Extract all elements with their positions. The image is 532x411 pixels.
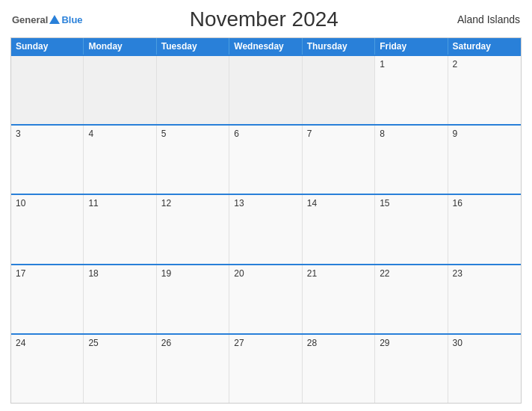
cal-header-sunday: Sunday xyxy=(11,38,84,55)
cal-week-2: 10111213141516 xyxy=(11,194,521,263)
cal-cell: 13 xyxy=(229,195,302,263)
day-number: 1 xyxy=(380,59,442,69)
day-number: 27 xyxy=(234,338,297,348)
day-number: 5 xyxy=(161,129,224,139)
cal-cell: 20 xyxy=(229,265,302,333)
cal-cell: 4 xyxy=(84,126,156,194)
cal-cell: 15 xyxy=(375,195,448,263)
month-title: November 2024 xyxy=(83,7,445,31)
cal-cell: 9 xyxy=(448,126,521,194)
cal-cell: 27 xyxy=(229,335,302,403)
cal-header-monday: Monday xyxy=(84,38,156,55)
cal-cell: 30 xyxy=(448,335,521,403)
cal-cell: 11 xyxy=(84,195,156,263)
cal-cell: 29 xyxy=(375,335,448,403)
cal-header-thursday: Thursday xyxy=(303,38,375,55)
logo-general-text: General xyxy=(12,14,48,25)
cal-cell: 5 xyxy=(157,126,229,194)
day-number: 21 xyxy=(307,268,370,279)
cal-cell: 24 xyxy=(11,335,84,403)
cal-cell xyxy=(303,56,375,124)
day-number: 9 xyxy=(453,129,516,139)
day-number: 6 xyxy=(234,129,297,139)
logo-triangle-icon xyxy=(49,15,60,24)
day-number: 3 xyxy=(16,129,78,139)
day-number: 29 xyxy=(380,338,442,348)
day-number: 13 xyxy=(234,198,297,208)
cal-cell: 17 xyxy=(11,265,84,333)
day-number: 23 xyxy=(453,268,516,279)
cal-cell: 16 xyxy=(448,195,521,263)
cal-cell: 18 xyxy=(84,265,156,333)
cal-cell: 23 xyxy=(448,265,521,333)
day-number: 30 xyxy=(453,338,516,348)
cal-cell: 26 xyxy=(157,335,229,403)
cal-week-1: 3456789 xyxy=(11,124,521,194)
cal-cell xyxy=(229,56,302,124)
day-number: 2 xyxy=(453,59,516,69)
cal-week-0: 12 xyxy=(11,55,521,124)
day-number: 25 xyxy=(88,338,151,348)
day-number: 11 xyxy=(88,198,151,208)
cal-cell: 6 xyxy=(229,126,302,194)
day-number: 10 xyxy=(16,198,78,208)
calendar-header-row: SundayMondayTuesdayWednesdayThursdayFrid… xyxy=(11,38,521,55)
cal-cell: 8 xyxy=(375,126,448,194)
cal-cell: 2 xyxy=(448,56,521,124)
cal-cell: 7 xyxy=(303,126,375,194)
region-label: Aland Islands xyxy=(445,13,520,25)
cal-cell: 22 xyxy=(375,265,448,333)
cal-week-3: 17181920212223 xyxy=(11,264,521,333)
cal-header-tuesday: Tuesday xyxy=(157,38,229,55)
cal-cell: 3 xyxy=(11,126,84,194)
day-number: 4 xyxy=(88,129,151,139)
cal-cell: 10 xyxy=(11,195,84,263)
cal-cell xyxy=(157,56,229,124)
cal-cell xyxy=(84,56,156,124)
calendar-grid: SundayMondayTuesdayWednesdayThursdayFrid… xyxy=(10,37,522,404)
day-number: 18 xyxy=(88,268,151,279)
page-header: General Blue November 2024 Aland Islands xyxy=(10,7,522,31)
cal-cell: 12 xyxy=(157,195,229,263)
cal-week-4: 24252627282930 xyxy=(11,333,521,403)
day-number: 16 xyxy=(453,198,516,208)
cal-cell: 14 xyxy=(303,195,375,263)
cal-cell: 28 xyxy=(303,335,375,403)
cal-header-friday: Friday xyxy=(375,38,448,55)
cal-cell: 1 xyxy=(375,56,448,124)
day-number: 12 xyxy=(161,198,224,208)
logo: General Blue xyxy=(12,14,83,25)
day-number: 8 xyxy=(380,129,442,139)
day-number: 14 xyxy=(307,198,370,208)
cal-cell: 21 xyxy=(303,265,375,333)
cal-cell xyxy=(11,56,84,124)
calendar-page: General Blue November 2024 Aland Islands… xyxy=(0,0,532,411)
day-number: 19 xyxy=(161,268,224,279)
day-number: 20 xyxy=(234,268,297,279)
logo-blue-text: Blue xyxy=(61,14,82,25)
day-number: 7 xyxy=(307,129,370,139)
day-number: 22 xyxy=(380,268,442,279)
day-number: 24 xyxy=(16,338,78,348)
cal-header-saturday: Saturday xyxy=(448,38,521,55)
day-number: 26 xyxy=(161,338,224,348)
day-number: 17 xyxy=(16,268,78,279)
day-number: 15 xyxy=(380,198,442,208)
cal-cell: 19 xyxy=(157,265,229,333)
cal-header-wednesday: Wednesday xyxy=(229,38,302,55)
day-number: 28 xyxy=(307,338,370,348)
cal-cell: 25 xyxy=(84,335,156,403)
